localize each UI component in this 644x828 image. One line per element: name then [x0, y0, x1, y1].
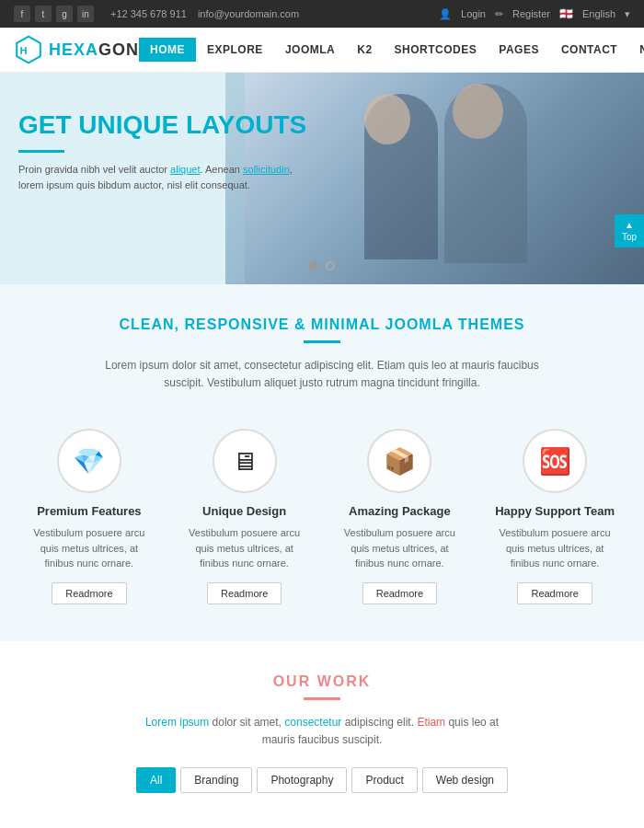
- premium-readmore-button[interactable]: Readmore: [52, 582, 126, 604]
- nav-home[interactable]: HOME: [139, 38, 196, 62]
- hero-dot-1[interactable]: [309, 261, 318, 270]
- logo-hexagon-icon: H: [14, 35, 43, 64]
- design-text: Vestibulum posuere arcu quis metus ultri…: [183, 525, 306, 571]
- register-link[interactable]: Register: [512, 8, 550, 19]
- topbar-right: 👤 Login ✏ Register 🏴󠁧󠁢󠁥󠁮󠁧󠁿 English ▾: [439, 7, 630, 20]
- ourwork-title: OUR WORK: [18, 673, 626, 690]
- nav-shortcodes[interactable]: SHORTCODES: [384, 38, 489, 62]
- ourwork-desc-link1[interactable]: Lorem ipsum: [145, 716, 209, 729]
- features-description: Lorem ipsum dolor sit amet, consectetur …: [92, 357, 552, 392]
- logo-agon-text: GON: [98, 40, 139, 59]
- nav-news[interactable]: NEWS: [628, 38, 644, 62]
- ourwork-divider: [304, 697, 340, 700]
- premium-name: Premium Features: [28, 504, 151, 518]
- feature-design: 🖥 Unique Design Vestibulum posuere arcu …: [174, 420, 316, 614]
- features-section: CLEAN, RESPONSIVE & MINIMAL JOOMLA THEME…: [0, 284, 644, 641]
- feature-package: 📦 Amazing Package Vestibulum posuere arc…: [329, 420, 471, 614]
- svg-text:H: H: [19, 45, 27, 56]
- nav-explore[interactable]: EXPLORE: [196, 38, 274, 62]
- filter-branding-button[interactable]: Branding: [180, 767, 252, 793]
- filter-photography-button[interactable]: Photography: [257, 767, 347, 793]
- user-icon: 👤: [439, 8, 452, 20]
- filter-all-button[interactable]: All: [136, 767, 176, 793]
- logo[interactable]: H HEXAGON: [14, 35, 139, 64]
- package-readmore-button[interactable]: Readmore: [362, 582, 437, 604]
- ourwork-section: OUR WORK Lorem ipsum dolor sit amet, con…: [0, 641, 644, 828]
- features-title-prefix: CLEAN, RESPONSIVE & MINIMAL: [119, 316, 385, 332]
- features-title: CLEAN, RESPONSIVE & MINIMAL JOOMLA THEME…: [18, 316, 626, 333]
- googleplus-icon[interactable]: g: [56, 6, 73, 22]
- phone-number: +12 345 678 911: [110, 8, 187, 19]
- nav-pages[interactable]: PAGES: [488, 38, 550, 62]
- hero-description: Proin gravida nibh vel velit auctor aliq…: [18, 162, 313, 194]
- ourwork-title-prefix: OUR: [273, 673, 317, 689]
- hero-content: GET UNIQUE LAYOUTS Proin gravida nibh ve…: [18, 109, 313, 194]
- chevron-down-icon: ▾: [625, 8, 630, 20]
- features-grid: 💎 Premium Features Vestibulum posuere ar…: [18, 420, 626, 614]
- topbar-left: f t g in +12 345 678 911 info@yourdomain…: [14, 6, 299, 22]
- ourwork-title-colored: WORK: [317, 673, 372, 689]
- nav-joomla[interactable]: JOOMLA: [274, 38, 346, 62]
- design-name: Unique Design: [183, 504, 306, 518]
- feature-premium: 💎 Premium Features Vestibulum posuere ar…: [18, 420, 160, 614]
- premium-icon: 💎: [57, 429, 121, 493]
- filter-webdesign-button[interactable]: Web design: [422, 767, 508, 793]
- twitter-icon[interactable]: t: [35, 6, 52, 22]
- package-text: Vestibulum posuere arcu quis metus ultri…: [339, 525, 462, 571]
- hero-title: GET UNIQUE LAYOUTS: [18, 109, 313, 141]
- package-name: Amazing Package: [339, 504, 462, 518]
- ourwork-description: Lorem ipsum dolor sit amet, consectetur …: [138, 714, 506, 749]
- nav-contact[interactable]: CONTACT: [550, 38, 628, 62]
- contact-info: +12 345 678 911 info@yourdomain.com: [110, 8, 299, 19]
- flag-icon: 🏴󠁧󠁢󠁥󠁮󠁧󠁿: [559, 7, 573, 20]
- email-address: info@yourdomain.com: [198, 8, 299, 19]
- hero-dot-2[interactable]: [326, 261, 335, 270]
- support-name: Happy Support Team: [493, 504, 616, 518]
- scroll-top-button[interactable]: ▲ Top: [615, 214, 644, 247]
- features-title-colored: JOOMLA THEMES: [385, 316, 525, 332]
- navbar: H HEXAGON HOME EXPLORE JOOMLA K2 SHORTCO…: [0, 28, 644, 73]
- topbar: f t g in +12 345 678 911 info@yourdomain…: [0, 0, 644, 28]
- ourwork-desc-link3[interactable]: Etiam: [417, 716, 445, 729]
- support-icon: 🆘: [523, 429, 587, 493]
- features-divider: [304, 340, 340, 343]
- nav-menu: HOME EXPLORE JOOMLA K2 SHORTCODES PAGES …: [139, 37, 644, 63]
- premium-text: Vestibulum posuere arcu quis metus ultri…: [28, 525, 151, 571]
- facebook-icon[interactable]: f: [14, 6, 30, 22]
- linkedin-icon[interactable]: in: [77, 6, 94, 22]
- hero-text-2: . Aenean: [201, 164, 244, 175]
- filter-product-button[interactable]: Product: [351, 767, 417, 793]
- chevron-up-icon: ▲: [625, 220, 634, 230]
- feature-support: 🆘 Happy Support Team Vestibulum posuere …: [484, 420, 626, 614]
- support-readmore-button[interactable]: Readmore: [517, 582, 592, 604]
- support-text: Vestibulum posuere arcu quis metus ultri…: [493, 525, 616, 571]
- hero-link-2[interactable]: sollicitudin: [243, 164, 290, 175]
- logo-hex-text: HEXA: [49, 40, 98, 59]
- design-readmore-button[interactable]: Readmore: [207, 582, 282, 604]
- logo-text: HEXAGON: [49, 40, 139, 60]
- register-icon: ✏: [495, 8, 503, 20]
- hero-text-1: Proin gravida nibh vel velit auctor: [18, 164, 170, 175]
- package-icon: 📦: [367, 429, 431, 493]
- scroll-top-label: Top: [622, 232, 637, 242]
- hero-section: GET UNIQUE LAYOUTS Proin gravida nibh ve…: [0, 73, 644, 284]
- social-icons: f t g in: [14, 6, 94, 22]
- login-link[interactable]: Login: [461, 8, 486, 19]
- language-link[interactable]: English: [582, 8, 615, 19]
- hero-dots: [309, 261, 335, 270]
- filter-buttons: All Branding Photography Product Web des…: [18, 767, 626, 793]
- nav-k2[interactable]: K2: [346, 38, 383, 62]
- design-icon: 🖥: [213, 429, 277, 493]
- hero-divider: [18, 150, 64, 153]
- hero-link-1[interactable]: aliquet: [170, 164, 200, 175]
- ourwork-desc-link2[interactable]: consectetur: [284, 716, 341, 729]
